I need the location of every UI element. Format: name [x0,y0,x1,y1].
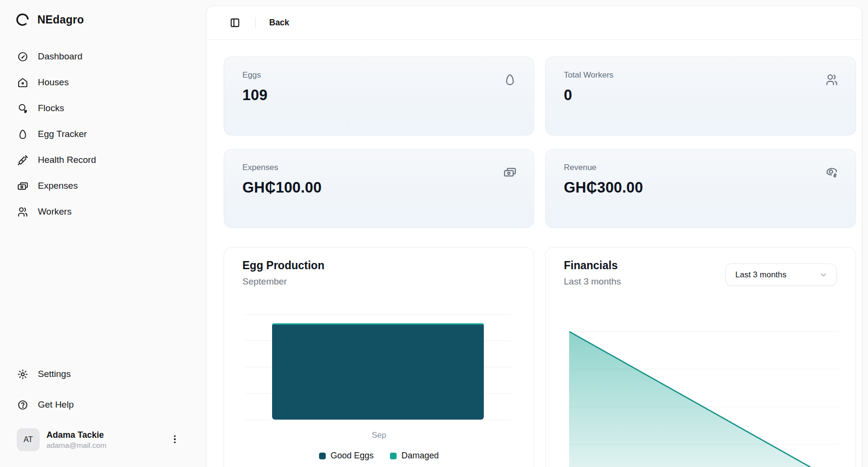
sidebar-item-label: Workers [38,206,71,217]
stat-card-revenue: Revenue GH₵300.00 [545,149,856,228]
financials-title: Financials [564,259,617,272]
sidebar: NEdagro Dashboard Houses [0,0,206,467]
stat-value: GH₵300.00 [564,179,643,196]
user-menu[interactable]: AT Adama Tackie adama@mail.com [17,428,194,452]
topbar-divider [255,17,256,29]
egg-production-subtitle: September [242,276,287,287]
good-eggs-swatch [319,453,326,459]
stat-value: 109 [242,87,267,104]
financials-chart [569,331,838,467]
egg-production-card: Egg Production September Sep Good Eggs D… [224,247,534,467]
x-axis-tick: Sep [224,431,534,440]
home-icon [17,77,28,88]
sidebar-item-label: Flocks [38,103,64,114]
stat-value: 0 [564,87,572,104]
sidebar-item-settings[interactable]: Settings [0,361,206,387]
user-email: adama@mail.com [46,441,106,450]
range-select-value: Last 3 months [735,270,819,280]
app-logo[interactable]: NEdagro [15,12,84,27]
sidebar-item-health-record[interactable]: Health Record [0,147,206,173]
chevron-down-icon [819,271,828,279]
back-button[interactable]: Back [269,18,289,28]
panel-left-icon [230,18,240,28]
gauge-icon [17,51,28,62]
sidebar-item-flocks[interactable]: Flocks [0,95,206,121]
sidebar-item-label: Get Help [38,399,74,410]
avatar: AT [17,428,40,451]
banknotes-icon [503,166,516,179]
egg-production-title: Egg Production [242,259,324,272]
sidebar-item-egg-tracker[interactable]: Egg Tracker [0,121,206,147]
egg-production-chart [245,314,511,420]
legend-label: Good Eggs [331,451,374,461]
nedagro-logo-icon [15,12,30,27]
stat-label: Expenses [242,163,278,172]
sidebar-item-expenses[interactable]: Expenses [0,173,206,199]
egg-icon [17,129,28,140]
egg-icon [503,73,516,86]
legend-label: Damaged [401,451,439,461]
chart-legend: Good Eggs Damaged [224,451,534,461]
users-icon [825,73,838,86]
syringe-icon [17,155,28,166]
sidebar-nav: Dashboard Houses Flocks [0,44,206,225]
users-icon [17,206,28,217]
sidebar-item-label: Dashboard [38,51,82,62]
sidebar-item-label: Settings [38,369,71,379]
app-title: NEdagro [37,13,84,26]
sidebar-item-workers[interactable]: Workers [0,199,206,225]
help-circle-icon [17,399,28,410]
financials-subtitle: Last 3 months [564,276,621,287]
sidebar-item-label: Egg Tracker [38,129,87,139]
stat-card-eggs: Eggs 109 [224,57,534,136]
sidebar-item-houses[interactable]: Houses [0,69,206,95]
stat-value: GH₵100.00 [242,179,322,196]
drumstick-icon [17,103,28,114]
legend-damaged: Damaged [390,451,439,461]
sidebar-footer-nav: Settings Get Help [0,361,206,418]
sidebar-item-label: Health Record [38,155,96,165]
stacked-bar-sep[interactable] [272,323,484,420]
sidebar-item-dashboard[interactable]: Dashboard [0,44,206,69]
topbar: Back [206,6,862,40]
kebab-menu-icon[interactable] [169,433,181,446]
damaged-swatch [390,453,397,459]
range-select[interactable]: Last 3 months [725,263,837,286]
financials-card: Financials Last 3 months Last 3 months [545,247,856,467]
user-name: Adama Tackie [46,430,106,440]
eye-dollar-icon [825,166,838,179]
main-panel: Back Eggs 109 Total Workers 0 Expenses G… [206,6,862,467]
sidebar-toggle-button[interactable] [227,15,243,31]
stat-label: Eggs [242,70,261,80]
sidebar-item-label: Houses [38,77,69,88]
banknotes-icon [17,181,28,192]
stat-label: Revenue [564,163,596,172]
sidebar-item-get-help[interactable]: Get Help [0,392,206,418]
stat-label: Total Workers [564,70,614,80]
gear-icon [17,369,28,380]
sidebar-item-label: Expenses [38,181,78,191]
legend-good-eggs: Good Eggs [319,451,374,461]
stat-card-total-workers: Total Workers 0 [545,57,856,136]
stat-card-expenses: Expenses GH₵100.00 [224,149,534,228]
